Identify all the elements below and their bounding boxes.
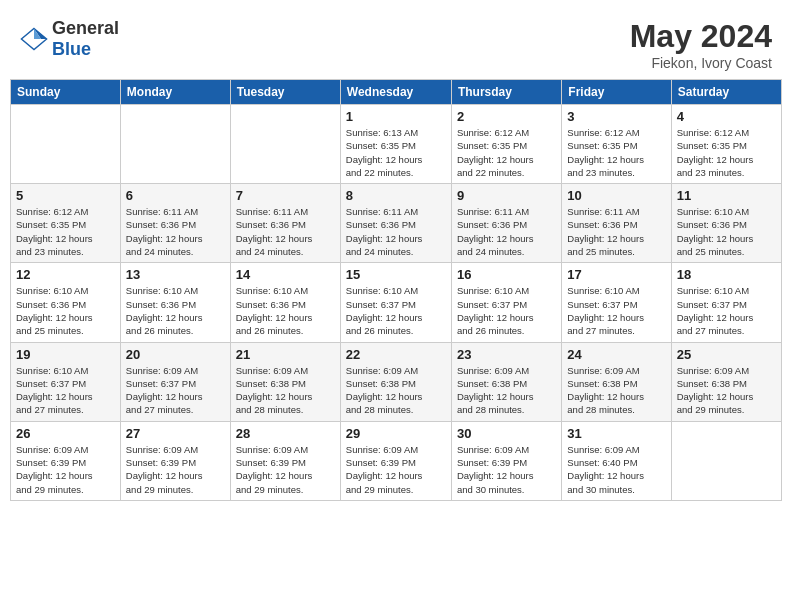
calendar-cell: 24Sunrise: 6:09 AM Sunset: 6:38 PM Dayli…: [562, 342, 671, 421]
day-info: Sunrise: 6:09 AM Sunset: 6:38 PM Dayligh…: [457, 364, 556, 417]
calendar-location: Fiekon, Ivory Coast: [630, 55, 772, 71]
calendar-cell: 15Sunrise: 6:10 AM Sunset: 6:37 PM Dayli…: [340, 263, 451, 342]
day-info: Sunrise: 6:09 AM Sunset: 6:38 PM Dayligh…: [236, 364, 335, 417]
day-number: 24: [567, 347, 665, 362]
day-number: 7: [236, 188, 335, 203]
day-info: Sunrise: 6:09 AM Sunset: 6:38 PM Dayligh…: [346, 364, 446, 417]
logo-text: General Blue: [52, 18, 119, 60]
day-number: 16: [457, 267, 556, 282]
calendar-cell: 1Sunrise: 6:13 AM Sunset: 6:35 PM Daylig…: [340, 105, 451, 184]
day-info: Sunrise: 6:09 AM Sunset: 6:39 PM Dayligh…: [457, 443, 556, 496]
day-info: Sunrise: 6:09 AM Sunset: 6:38 PM Dayligh…: [567, 364, 665, 417]
calendar-cell: [671, 421, 781, 500]
calendar-cell: 12Sunrise: 6:10 AM Sunset: 6:36 PM Dayli…: [11, 263, 121, 342]
logo-blue: Blue: [52, 39, 91, 59]
calendar-cell: [230, 105, 340, 184]
calendar-cell: 23Sunrise: 6:09 AM Sunset: 6:38 PM Dayli…: [451, 342, 561, 421]
calendar-cell: [120, 105, 230, 184]
day-number: 26: [16, 426, 115, 441]
calendar-cell: 8Sunrise: 6:11 AM Sunset: 6:36 PM Daylig…: [340, 184, 451, 263]
day-number: 17: [567, 267, 665, 282]
calendar-cell: 31Sunrise: 6:09 AM Sunset: 6:40 PM Dayli…: [562, 421, 671, 500]
day-info: Sunrise: 6:11 AM Sunset: 6:36 PM Dayligh…: [457, 205, 556, 258]
day-number: 27: [126, 426, 225, 441]
calendar-cell: 19Sunrise: 6:10 AM Sunset: 6:37 PM Dayli…: [11, 342, 121, 421]
weekday-header-wednesday: Wednesday: [340, 80, 451, 105]
weekday-header-saturday: Saturday: [671, 80, 781, 105]
calendar-cell: 2Sunrise: 6:12 AM Sunset: 6:35 PM Daylig…: [451, 105, 561, 184]
day-number: 23: [457, 347, 556, 362]
title-block: May 2024 Fiekon, Ivory Coast: [630, 18, 772, 71]
calendar-title: May 2024: [630, 18, 772, 55]
day-number: 15: [346, 267, 446, 282]
day-info: Sunrise: 6:12 AM Sunset: 6:35 PM Dayligh…: [567, 126, 665, 179]
calendar-cell: 20Sunrise: 6:09 AM Sunset: 6:37 PM Dayli…: [120, 342, 230, 421]
day-info: Sunrise: 6:10 AM Sunset: 6:36 PM Dayligh…: [16, 284, 115, 337]
day-number: 29: [346, 426, 446, 441]
day-info: Sunrise: 6:09 AM Sunset: 6:39 PM Dayligh…: [346, 443, 446, 496]
day-number: 4: [677, 109, 776, 124]
calendar-week-2: 5Sunrise: 6:12 AM Sunset: 6:35 PM Daylig…: [11, 184, 782, 263]
calendar-cell: 27Sunrise: 6:09 AM Sunset: 6:39 PM Dayli…: [120, 421, 230, 500]
page-header: General Blue May 2024 Fiekon, Ivory Coas…: [10, 10, 782, 75]
day-info: Sunrise: 6:10 AM Sunset: 6:36 PM Dayligh…: [677, 205, 776, 258]
day-number: 25: [677, 347, 776, 362]
day-info: Sunrise: 6:12 AM Sunset: 6:35 PM Dayligh…: [457, 126, 556, 179]
calendar-cell: [11, 105, 121, 184]
calendar-cell: 22Sunrise: 6:09 AM Sunset: 6:38 PM Dayli…: [340, 342, 451, 421]
day-number: 6: [126, 188, 225, 203]
calendar-cell: 11Sunrise: 6:10 AM Sunset: 6:36 PM Dayli…: [671, 184, 781, 263]
calendar-week-4: 19Sunrise: 6:10 AM Sunset: 6:37 PM Dayli…: [11, 342, 782, 421]
day-info: Sunrise: 6:12 AM Sunset: 6:35 PM Dayligh…: [16, 205, 115, 258]
day-number: 9: [457, 188, 556, 203]
calendar-cell: 3Sunrise: 6:12 AM Sunset: 6:35 PM Daylig…: [562, 105, 671, 184]
day-info: Sunrise: 6:09 AM Sunset: 6:37 PM Dayligh…: [126, 364, 225, 417]
calendar-cell: 25Sunrise: 6:09 AM Sunset: 6:38 PM Dayli…: [671, 342, 781, 421]
day-number: 2: [457, 109, 556, 124]
calendar-week-5: 26Sunrise: 6:09 AM Sunset: 6:39 PM Dayli…: [11, 421, 782, 500]
day-number: 8: [346, 188, 446, 203]
day-number: 1: [346, 109, 446, 124]
day-info: Sunrise: 6:10 AM Sunset: 6:36 PM Dayligh…: [126, 284, 225, 337]
calendar-week-1: 1Sunrise: 6:13 AM Sunset: 6:35 PM Daylig…: [11, 105, 782, 184]
day-number: 22: [346, 347, 446, 362]
day-number: 12: [16, 267, 115, 282]
calendar-cell: 13Sunrise: 6:10 AM Sunset: 6:36 PM Dayli…: [120, 263, 230, 342]
calendar-cell: 29Sunrise: 6:09 AM Sunset: 6:39 PM Dayli…: [340, 421, 451, 500]
day-info: Sunrise: 6:12 AM Sunset: 6:35 PM Dayligh…: [677, 126, 776, 179]
calendar-cell: 28Sunrise: 6:09 AM Sunset: 6:39 PM Dayli…: [230, 421, 340, 500]
calendar-cell: 17Sunrise: 6:10 AM Sunset: 6:37 PM Dayli…: [562, 263, 671, 342]
day-number: 18: [677, 267, 776, 282]
day-info: Sunrise: 6:11 AM Sunset: 6:36 PM Dayligh…: [126, 205, 225, 258]
calendar-cell: 26Sunrise: 6:09 AM Sunset: 6:39 PM Dayli…: [11, 421, 121, 500]
weekday-header-friday: Friday: [562, 80, 671, 105]
day-info: Sunrise: 6:10 AM Sunset: 6:37 PM Dayligh…: [16, 364, 115, 417]
calendar-week-3: 12Sunrise: 6:10 AM Sunset: 6:36 PM Dayli…: [11, 263, 782, 342]
calendar-cell: 9Sunrise: 6:11 AM Sunset: 6:36 PM Daylig…: [451, 184, 561, 263]
day-info: Sunrise: 6:13 AM Sunset: 6:35 PM Dayligh…: [346, 126, 446, 179]
logo-general: General: [52, 18, 119, 38]
day-info: Sunrise: 6:10 AM Sunset: 6:37 PM Dayligh…: [567, 284, 665, 337]
calendar-cell: 6Sunrise: 6:11 AM Sunset: 6:36 PM Daylig…: [120, 184, 230, 263]
day-number: 20: [126, 347, 225, 362]
day-info: Sunrise: 6:10 AM Sunset: 6:37 PM Dayligh…: [457, 284, 556, 337]
day-number: 31: [567, 426, 665, 441]
day-info: Sunrise: 6:10 AM Sunset: 6:37 PM Dayligh…: [677, 284, 776, 337]
day-info: Sunrise: 6:11 AM Sunset: 6:36 PM Dayligh…: [346, 205, 446, 258]
calendar-cell: 30Sunrise: 6:09 AM Sunset: 6:39 PM Dayli…: [451, 421, 561, 500]
day-number: 3: [567, 109, 665, 124]
calendar-table: SundayMondayTuesdayWednesdayThursdayFrid…: [10, 79, 782, 501]
calendar-cell: 14Sunrise: 6:10 AM Sunset: 6:36 PM Dayli…: [230, 263, 340, 342]
day-number: 30: [457, 426, 556, 441]
day-info: Sunrise: 6:09 AM Sunset: 6:39 PM Dayligh…: [236, 443, 335, 496]
logo-icon: [20, 25, 48, 53]
day-info: Sunrise: 6:11 AM Sunset: 6:36 PM Dayligh…: [567, 205, 665, 258]
day-info: Sunrise: 6:09 AM Sunset: 6:39 PM Dayligh…: [126, 443, 225, 496]
weekday-header-monday: Monday: [120, 80, 230, 105]
day-number: 10: [567, 188, 665, 203]
weekday-header-tuesday: Tuesday: [230, 80, 340, 105]
day-info: Sunrise: 6:09 AM Sunset: 6:40 PM Dayligh…: [567, 443, 665, 496]
calendar-cell: 18Sunrise: 6:10 AM Sunset: 6:37 PM Dayli…: [671, 263, 781, 342]
calendar-cell: 10Sunrise: 6:11 AM Sunset: 6:36 PM Dayli…: [562, 184, 671, 263]
weekday-header-sunday: Sunday: [11, 80, 121, 105]
